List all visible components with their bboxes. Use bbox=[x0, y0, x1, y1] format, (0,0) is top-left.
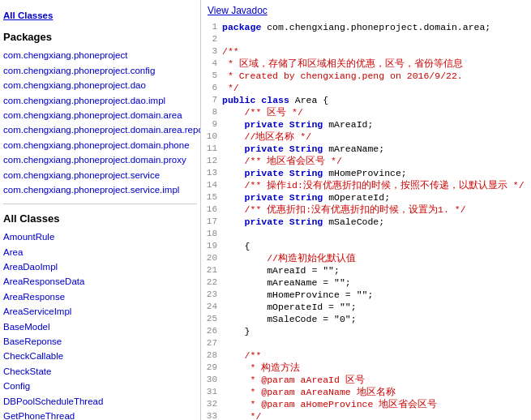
class-link[interactable]: CheckState bbox=[3, 364, 197, 379]
line-number: 30 bbox=[204, 374, 222, 386]
package-link[interactable]: com.chengxiang.phoneproject.domain.area.… bbox=[3, 122, 197, 137]
line-content: mOperateId = ""; bbox=[222, 301, 528, 313]
line-number: 6 bbox=[204, 82, 222, 94]
code-area: 1package com.chengxiang.phoneproject.dom… bbox=[201, 21, 531, 420]
javadoc-link[interactable]: View Javadoc bbox=[201, 3, 531, 21]
line-number: 24 bbox=[204, 301, 222, 313]
packages-list: com.chengxiang.phoneprojectcom.chengxian… bbox=[3, 48, 197, 197]
code-line: 18 bbox=[204, 228, 528, 240]
line-content bbox=[222, 337, 528, 349]
line-number: 26 bbox=[204, 325, 222, 337]
line-number: 21 bbox=[204, 264, 222, 276]
line-content: * 构造方法 bbox=[222, 362, 528, 374]
package-link[interactable]: com.chengxiang.phoneproject.domain.area bbox=[3, 108, 197, 122]
code-line: 22 mAreaName = ""; bbox=[204, 276, 528, 289]
all-classes-heading: All Classes bbox=[3, 8, 197, 23]
all-classes-link[interactable]: All Classes bbox=[3, 8, 197, 23]
package-link[interactable]: com.chengxiang.phoneproject.service.impl bbox=[3, 182, 197, 197]
line-number: 20 bbox=[204, 252, 222, 264]
class-link[interactable]: GetPhoneThread bbox=[3, 409, 197, 420]
line-content: { bbox=[222, 240, 528, 252]
code-line: 7public class Area { bbox=[204, 94, 528, 106]
package-link[interactable]: com.chengxiang.phoneproject.service bbox=[3, 168, 197, 182]
code-line: 26 } bbox=[204, 325, 528, 337]
line-content: public class Area { bbox=[222, 94, 528, 106]
line-number: 22 bbox=[204, 276, 222, 289]
line-content: */ bbox=[222, 410, 528, 420]
line-number: 10 bbox=[204, 131, 222, 143]
package-link[interactable]: com.chengxiang.phoneproject bbox=[3, 48, 197, 62]
right-panel: View Javadoc 1package com.chengxiang.pho… bbox=[201, 0, 531, 420]
class-link[interactable]: DBPoolScheduleThread bbox=[3, 394, 197, 409]
classes-section: All Classes AmountRuleAreaAreaDaoImplAre… bbox=[3, 212, 197, 420]
package-link[interactable]: com.chengxiang.phoneproject.domain.phone bbox=[3, 138, 197, 152]
code-line: 24 mOperateId = ""; bbox=[204, 301, 528, 313]
code-line: 13 private String mHomeProvince; bbox=[204, 167, 528, 179]
code-line: 30 * @param aAreaId 区号 bbox=[204, 374, 528, 386]
line-content: private String mSaleCode; bbox=[222, 216, 528, 228]
line-content: mHomeProvince = ""; bbox=[222, 289, 528, 301]
line-content: /** 区号 */ bbox=[222, 106, 528, 118]
line-number: 5 bbox=[204, 70, 222, 82]
line-number: 28 bbox=[204, 349, 222, 362]
class-link[interactable]: BaseModel bbox=[3, 319, 197, 334]
class-link[interactable]: Area bbox=[3, 245, 197, 259]
code-line: 33 */ bbox=[204, 410, 528, 420]
class-link[interactable]: AreaDaoImpl bbox=[3, 259, 197, 274]
line-content: private String mOperateId; bbox=[222, 191, 528, 204]
class-link[interactable]: CheckCallable bbox=[3, 349, 197, 363]
line-content: } bbox=[222, 325, 528, 337]
packages-section: Packages com.chengxiang.phoneprojectcom.… bbox=[3, 31, 197, 197]
code-line: 3/** bbox=[204, 45, 528, 58]
line-content: /** 地区省会区号 */ bbox=[222, 155, 528, 167]
line-number: 7 bbox=[204, 94, 222, 106]
code-line: 27 bbox=[204, 337, 528, 349]
class-link[interactable]: AmountRule bbox=[3, 229, 197, 244]
line-content: * @param aAreaName 地区名称 bbox=[222, 386, 528, 398]
code-line: 4 * 区域，存储了和区域相关的优惠，区号，省份等信息 bbox=[204, 58, 528, 70]
line-number: 18 bbox=[204, 228, 222, 240]
code-line: 23 mHomeProvince = ""; bbox=[204, 289, 528, 301]
package-link[interactable]: com.chengxiang.phoneproject.dao.impl bbox=[3, 93, 197, 108]
line-number: 13 bbox=[204, 167, 222, 179]
line-number: 29 bbox=[204, 362, 222, 374]
line-number: 19 bbox=[204, 240, 222, 252]
line-number: 16 bbox=[204, 204, 222, 216]
packages-title: Packages bbox=[3, 31, 197, 43]
line-content: //地区名称 */ bbox=[222, 131, 528, 143]
line-number: 17 bbox=[204, 216, 222, 228]
line-number: 31 bbox=[204, 386, 222, 398]
code-line: 17 private String mSaleCode; bbox=[204, 216, 528, 228]
package-link[interactable]: com.chengxiang.phoneproject.domain.proxy bbox=[3, 152, 197, 167]
code-line: 28 /** bbox=[204, 349, 528, 362]
code-line: 20 //构造初始化默认值 bbox=[204, 252, 528, 264]
line-number: 15 bbox=[204, 191, 222, 204]
line-content bbox=[222, 228, 528, 240]
class-link[interactable]: Config bbox=[3, 379, 197, 393]
line-number: 14 bbox=[204, 179, 222, 191]
class-link[interactable]: AreaServiceImpl bbox=[3, 304, 197, 319]
line-content: package com.chengxiang.phoneproject.doma… bbox=[222, 21, 528, 33]
line-number: 33 bbox=[204, 410, 222, 420]
class-link[interactable]: AreaResponseData bbox=[3, 274, 197, 289]
left-panel: All Classes Packages com.chengxiang.phon… bbox=[0, 0, 201, 420]
package-link[interactable]: com.chengxiang.phoneproject.dao bbox=[3, 78, 197, 92]
line-number: 27 bbox=[204, 337, 222, 349]
all-classes-title: All Classes bbox=[3, 212, 197, 225]
class-link[interactable]: AreaResponse bbox=[3, 289, 197, 304]
line-number: 4 bbox=[204, 58, 222, 70]
line-content: /** 操作id:没有优惠折扣的时候，按照不传递，以默认显示 */ bbox=[222, 179, 528, 191]
class-link[interactable]: BaseReponse bbox=[3, 334, 197, 349]
code-line: 2 bbox=[204, 33, 528, 45]
code-line: 32 * @param aHomeProvince 地区省会区号 bbox=[204, 398, 528, 410]
code-line: 9 private String mAreaId; bbox=[204, 118, 528, 131]
code-line: 1package com.chengxiang.phoneproject.dom… bbox=[204, 21, 528, 33]
line-content: /** bbox=[222, 349, 528, 362]
classes-list: AmountRuleAreaAreaDaoImplAreaResponseDat… bbox=[3, 229, 197, 420]
code-line: 14 /** 操作id:没有优惠折扣的时候，按照不传递，以默认显示 */ bbox=[204, 179, 528, 191]
code-line: 15 private String mOperateId; bbox=[204, 191, 528, 204]
code-line: 11 private String mAreaName; bbox=[204, 143, 528, 155]
line-content: * @param aAreaId 区号 bbox=[222, 374, 528, 386]
line-content: //构造初始化默认值 bbox=[222, 252, 528, 264]
package-link[interactable]: com.chengxiang.phoneproject.config bbox=[3, 63, 197, 78]
